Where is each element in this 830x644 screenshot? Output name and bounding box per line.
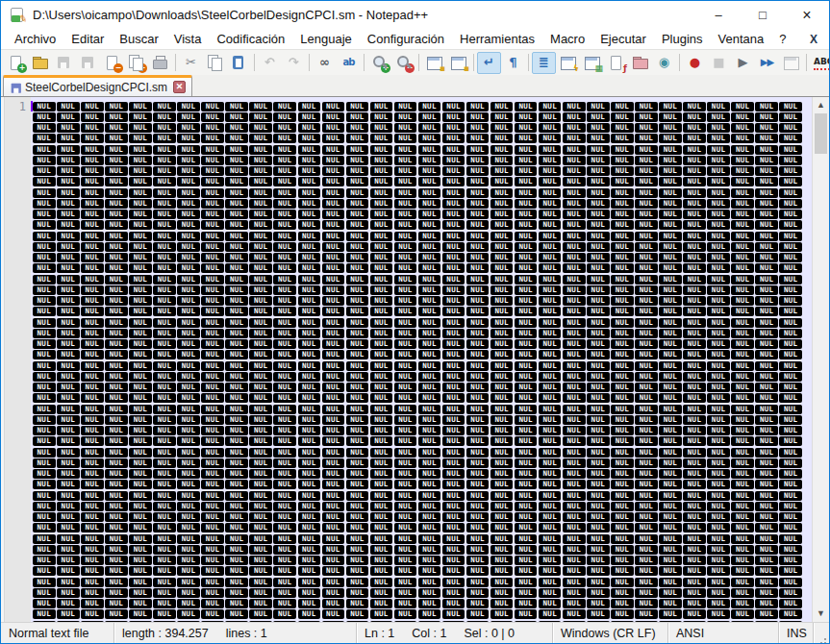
- macro-run-multiple-button[interactable]: ▶▶: [755, 52, 779, 74]
- nul-char-block: NUL: [442, 534, 465, 544]
- copy-button[interactable]: [203, 52, 227, 74]
- nul-char-block: NUL: [57, 285, 80, 295]
- scrollbar-thumb[interactable]: [815, 113, 827, 154]
- nul-char-block: NUL: [490, 232, 514, 241]
- nul-char-block: NUL: [322, 621, 345, 622]
- nul-char-block: NUL: [33, 210, 56, 219]
- menu-codificacion[interactable]: Codificación: [209, 30, 292, 48]
- new-file-button[interactable]: +: [4, 52, 28, 74]
- word-wrap-button[interactable]: ↵: [477, 52, 501, 74]
- sync-horizontal-icon-badge: ▪: [464, 63, 469, 73]
- save-all-button[interactable]: [76, 52, 100, 74]
- nul-char-block: NUL: [33, 350, 56, 359]
- close-tab-button[interactable]: −: [100, 52, 124, 74]
- nul-char-block: NUL: [129, 199, 152, 209]
- nul-char-block: NUL: [346, 166, 369, 176]
- nul-char-block: NUL: [659, 621, 682, 622]
- nul-char-block: NUL: [563, 156, 586, 165]
- menu-ejecutar[interactable]: Ejecutar: [592, 30, 654, 48]
- status-insert-mode[interactable]: INS: [779, 623, 814, 643]
- nul-char-block: NUL: [273, 599, 296, 608]
- text-area[interactable]: NULNULNULNULNULNULNULNULNULNULNULNULNULN…: [31, 97, 812, 622]
- vertical-scrollbar[interactable]: ▲ ▼: [812, 97, 829, 622]
- cut-button[interactable]: ✂: [179, 52, 203, 74]
- nul-char-block: NUL: [635, 134, 658, 143]
- menu-lenguaje[interactable]: Lenguaje: [292, 30, 360, 48]
- menu-editar[interactable]: Editar: [63, 30, 112, 48]
- menu-vista[interactable]: Vista: [166, 30, 210, 48]
- open-button[interactable]: [28, 52, 52, 74]
- save-button[interactable]: [52, 52, 76, 74]
- resize-grip[interactable]: [814, 623, 829, 643]
- monitoring-button[interactable]: ◉: [652, 52, 676, 74]
- notepadpp-window: ✎ D:\Users\oicampo\Downloads\SteelCorbel…: [0, 0, 830, 644]
- scroll-up-icon[interactable]: ▲: [813, 97, 829, 113]
- menu-plugins[interactable]: Plugins: [654, 30, 711, 48]
- nul-char-block: NUL: [201, 383, 224, 392]
- nul-char-block: NUL: [322, 599, 345, 608]
- nul-char-block: NUL: [129, 339, 152, 349]
- spell-check-button[interactable]: ABC: [810, 52, 830, 74]
- nul-char-block: NUL: [370, 372, 393, 382]
- replace-button[interactable]: ab: [337, 52, 361, 74]
- window-controls: – □ ×: [696, 1, 829, 29]
- document-map-button[interactable]: ▦: [580, 52, 604, 74]
- tab-close-icon[interactable]: ✕: [173, 81, 186, 93]
- zoom-out-button[interactable]: −: [391, 52, 415, 74]
- close-button[interactable]: ×: [785, 1, 829, 29]
- nul-char-block: NUL: [105, 145, 128, 155]
- sync-horizontal-button[interactable]: ▪: [446, 52, 470, 74]
- macro-save-button[interactable]: [779, 52, 803, 74]
- tab-steelcorbeldesigncpci[interactable]: SteelCorbelDesignCPCI.sm ✕: [3, 75, 192, 96]
- nul-char-block: NUL: [322, 361, 345, 371]
- nul-char-block: NUL: [225, 458, 248, 468]
- menu-macro[interactable]: Macro: [542, 30, 592, 48]
- find-button[interactable]: ∞: [313, 52, 337, 74]
- print-button[interactable]: [148, 52, 172, 74]
- menu-herramientas[interactable]: Herramientas: [452, 30, 542, 48]
- indent-guide-button[interactable]: ≣: [532, 52, 556, 74]
- status-encoding[interactable]: ANSI: [668, 623, 779, 643]
- nul-char-block: NUL: [81, 534, 104, 544]
- paste-button[interactable]: [227, 52, 251, 74]
- zoom-in-button[interactable]: +: [367, 52, 391, 74]
- maximize-button[interactable]: □: [741, 1, 785, 29]
- nul-char-block: NUL: [370, 361, 393, 371]
- menu-help[interactable]: ?: [771, 30, 793, 48]
- nul-char-block: NUL: [129, 566, 152, 576]
- macro-stop-button[interactable]: ■: [707, 52, 731, 74]
- nul-char-block: NUL: [153, 621, 176, 622]
- status-doc-type: Normal text file: [1, 623, 114, 643]
- function-list-button[interactable]: ƒ: [604, 52, 628, 74]
- nul-char-block: NUL: [442, 448, 465, 458]
- nul-char-block: NUL: [731, 134, 754, 143]
- macro-record-button[interactable]: ●: [683, 52, 707, 74]
- sync-vertical-button[interactable]: ▪: [422, 52, 446, 74]
- menu-configuracion[interactable]: Configuración: [360, 30, 452, 48]
- nul-char-block: NUL: [153, 566, 176, 576]
- nul-char-block: NUL: [563, 210, 586, 219]
- folder-as-workspace-button[interactable]: [628, 52, 652, 74]
- menu-buscar[interactable]: Buscar: [112, 30, 165, 48]
- scroll-down-icon[interactable]: ▼: [813, 606, 829, 622]
- menu-archivo[interactable]: Archivo: [7, 30, 63, 48]
- status-eol[interactable]: Windows (CR LF): [553, 623, 668, 643]
- nul-char-block: NUL: [779, 512, 802, 522]
- show-all-characters-button[interactable]: ¶: [501, 52, 525, 74]
- redo-button[interactable]: ↷: [282, 52, 306, 74]
- nul-char-block: NUL: [370, 220, 393, 230]
- macro-play-button[interactable]: ▶: [731, 52, 755, 74]
- minimize-button[interactable]: –: [696, 1, 741, 29]
- nul-char-block: NUL: [33, 458, 56, 468]
- undo-button[interactable]: ↶: [258, 52, 282, 74]
- nul-char-block: NUL: [105, 275, 128, 285]
- nul-char-block: NUL: [273, 578, 296, 587]
- user-defined-dialog-button[interactable]: ϟ: [556, 52, 580, 74]
- nul-char-block: NUL: [683, 177, 706, 186]
- menu-close-icon[interactable]: X: [810, 33, 817, 46]
- menu-ventana[interactable]: Ventana: [711, 30, 772, 48]
- close-all-button[interactable]: −: [124, 52, 148, 74]
- nul-char-block: NUL: [33, 199, 56, 209]
- nul-char-block: NUL: [298, 253, 321, 262]
- nul-char-block: NUL: [153, 296, 176, 306]
